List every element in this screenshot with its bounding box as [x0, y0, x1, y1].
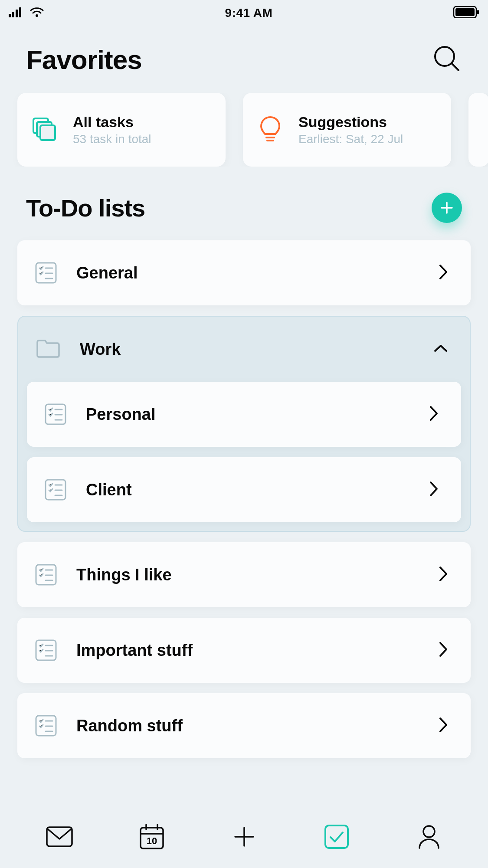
checklist-icon — [35, 563, 57, 586]
signal-icon — [9, 7, 23, 19]
status-right — [453, 6, 479, 20]
chevron-right-icon — [439, 641, 449, 659]
svg-rect-0 — [9, 14, 11, 17]
status-left — [9, 7, 44, 19]
svg-rect-1 — [12, 12, 14, 17]
folder-work: Work Personal Client — [17, 316, 471, 532]
chevron-right-icon — [439, 264, 449, 282]
svg-text:10: 10 — [146, 835, 157, 846]
list-label: Random stuff — [76, 717, 419, 735]
list-label: General — [76, 264, 419, 282]
svg-line-9 — [452, 64, 459, 70]
folder-label: Work — [80, 340, 414, 359]
svg-rect-49 — [325, 825, 348, 848]
stack-icon — [29, 116, 60, 144]
list-row-important-stuff[interactable]: Important stuff — [17, 618, 471, 683]
tab-bar: 10 — [0, 807, 488, 868]
chevron-right-icon — [429, 481, 439, 499]
svg-point-50 — [423, 826, 435, 837]
add-list-button[interactable] — [432, 193, 462, 223]
chevron-right-icon — [429, 405, 439, 423]
check-icon — [324, 824, 350, 852]
list-row-personal[interactable]: Personal — [27, 382, 461, 447]
tab-add[interactable] — [229, 822, 259, 853]
person-icon — [417, 824, 441, 852]
status-bar: 9:41 AM — [0, 0, 488, 26]
list-label: Things I like — [76, 566, 419, 584]
fav-card-title: All tasks — [73, 114, 151, 131]
list-label: Client — [86, 481, 410, 499]
section-header: To-Do lists — [0, 167, 488, 236]
fav-card-peek[interactable] — [468, 93, 488, 167]
plus-icon — [233, 825, 256, 850]
checklist-icon — [44, 478, 67, 501]
fav-card-suggestions[interactable]: Suggestions Earliest: Sat, 22 Jul — [243, 93, 451, 167]
mail-icon — [46, 826, 73, 849]
tab-inbox[interactable] — [44, 822, 75, 853]
fav-card-subtitle: Earliest: Sat, 22 Jul — [298, 132, 403, 146]
favorites-cards: All tasks 53 task in total Suggestions E… — [0, 93, 488, 167]
svg-rect-7 — [477, 10, 479, 14]
chevron-right-icon — [439, 717, 449, 735]
svg-rect-6 — [455, 8, 475, 16]
status-time: 9:41 AM — [225, 6, 273, 20]
folder-icon — [36, 338, 61, 360]
checklist-icon — [44, 403, 67, 426]
header: Favorites — [0, 26, 488, 93]
svg-rect-3 — [19, 7, 21, 17]
svg-rect-2 — [16, 10, 18, 17]
list-row-random-stuff[interactable]: Random stuff — [17, 693, 471, 758]
svg-rect-41 — [47, 827, 72, 846]
svg-rect-12 — [40, 125, 55, 140]
fav-card-all-tasks[interactable]: All tasks 53 task in total — [17, 93, 226, 167]
chevron-right-icon — [439, 566, 449, 584]
list-row-client[interactable]: Client — [27, 457, 461, 522]
page-title: Favorites — [26, 44, 142, 75]
folder-header[interactable]: Work — [18, 317, 470, 382]
lightbulb-icon — [255, 115, 285, 144]
checklist-icon — [35, 262, 57, 284]
wifi-icon — [29, 7, 44, 19]
svg-point-4 — [36, 14, 38, 17]
battery-icon — [453, 6, 479, 20]
chevron-up-icon — [433, 344, 448, 355]
tab-profile[interactable] — [414, 822, 444, 853]
checklist-icon — [35, 714, 57, 737]
list-label: Personal — [86, 405, 410, 424]
calendar-icon: 10 — [139, 823, 165, 852]
tab-calendar[interactable]: 10 — [137, 822, 167, 853]
checklist-icon — [35, 639, 57, 662]
todo-lists: General Work Personal — [0, 236, 488, 758]
list-row-general[interactable]: General — [17, 240, 471, 305]
section-title: To-Do lists — [26, 194, 145, 222]
fav-card-subtitle: 53 task in total — [73, 132, 151, 146]
tab-tasks[interactable] — [321, 822, 352, 853]
search-icon[interactable] — [432, 43, 462, 75]
list-label: Important stuff — [76, 641, 419, 660]
fav-card-title: Suggestions — [298, 114, 403, 131]
list-row-things-i-like[interactable]: Things I like — [17, 542, 471, 607]
svg-point-8 — [435, 47, 454, 66]
